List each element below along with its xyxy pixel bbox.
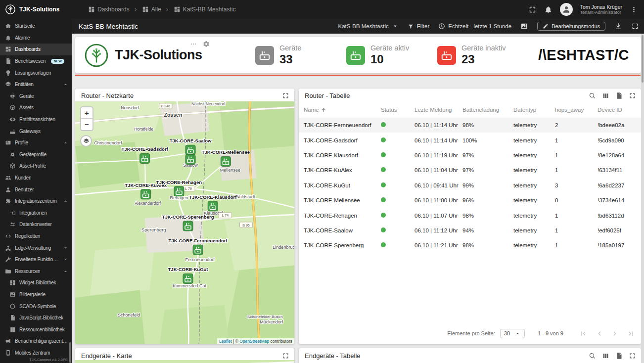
map-layers-button[interactable]	[80, 135, 92, 147]
sidebar-item-kunden[interactable]: Kunden	[0, 172, 72, 184]
sidebar-item-integrationszentrum[interactable]: Integrationszentrum	[0, 195, 72, 207]
table-row-tjk-core-kualex[interactable]: TJK-CORE-KuAlex06.10 | 11:04 Uhr97%telem…	[299, 163, 641, 178]
widget-fullscreen-icon[interactable]	[282, 92, 289, 99]
leaflet-map[interactable]: NunsdorfNächst NeuendorfZossenHorstfelde…	[75, 101, 294, 344]
sidebar-item-benachrichtigungszentrale[interactable]: Benachrichtigungszentrale	[0, 335, 72, 347]
column-header-lezte-meldung[interactable]: Lezte Meldung	[414, 107, 462, 113]
sidebar-item-ressourcenbibliothek[interactable]: Ressourcenbibliothek	[0, 323, 72, 335]
search-icon[interactable]	[589, 352, 596, 360]
breadcrumb-item-kats-bb-meshtastic[interactable]: KatS-BB Meshtastic	[174, 6, 236, 13]
per-page-select[interactable]: 30	[500, 329, 525, 338]
user-info[interactable]: Tom Jonas Krüger Tenant-Administrator	[580, 4, 622, 15]
sidebar-item-gateways[interactable]: Gateways	[0, 125, 72, 137]
main-scrollbar[interactable]	[641, 34, 644, 363]
leaflet-link[interactable]: Leaflet	[219, 339, 232, 344]
export-icon[interactable]	[615, 92, 623, 99]
sidebar-item-scada-symbole[interactable]: SCADA-Symbole	[0, 300, 72, 312]
zoom-in-button[interactable]: +	[81, 107, 92, 119]
avatar[interactable]	[560, 3, 573, 16]
filter-button[interactable]: Filter	[408, 23, 430, 30]
breadcrumb-item-dashboards[interactable]: Dashboards	[88, 6, 130, 13]
sidebar-item-javascript-bibliothek[interactable]: JavaScript-Bibliothek	[0, 312, 72, 324]
columns-icon[interactable]	[602, 352, 609, 360]
table-row-tjk-core-rehagen[interactable]: TJK-CORE-Rehagen06.10 | 11:07 Uhr98%tele…	[299, 208, 641, 223]
sidebar-item-regelketten[interactable]: Regelketten	[0, 230, 72, 242]
sidebar-item-integrationen[interactable]: Integrationen	[0, 207, 72, 219]
sidebar-item-startseite[interactable]: Startseite	[0, 20, 72, 32]
zoom-out-button[interactable]: −	[81, 119, 92, 130]
sidebar-item-edge-verwaltung[interactable]: Edge-Verwaltung	[0, 242, 72, 254]
breadcrumb-label: KatS-BB Meshtastic	[183, 6, 236, 13]
kebab-menu-icon[interactable]	[630, 5, 638, 14]
sidebar: StartseiteAlarmeDashboardsBerichtswesenN…	[0, 19, 72, 363]
bell-icon	[5, 35, 11, 41]
column-header-name[interactable]: Name	[304, 107, 381, 113]
sidebar-item-ger-teprofile[interactable]: Geräteprofile	[0, 149, 72, 161]
sidebar-item-entit-tsansichten[interactable]: Entitätsansichten	[0, 114, 72, 126]
column-header-batterieladung[interactable]: Batterieladung	[462, 107, 513, 113]
table-row-tjk-core-klausdorf[interactable]: TJK-CORE-Klausdorf06.10 | 11:19 Uhr97%te…	[299, 148, 641, 163]
fullscreen-icon[interactable]	[528, 5, 537, 14]
osm-link[interactable]: OpenStreetMap	[239, 339, 269, 344]
column-header-status[interactable]: Status	[381, 107, 414, 113]
widget-fullscreen-icon[interactable]	[629, 352, 636, 360]
timewindow-button[interactable]: Echtzeit - letzte 1 Stunde	[438, 23, 511, 30]
dashboard-select[interactable]: KatS-BB Meshtastic	[338, 23, 398, 30]
screenshot-icon[interactable]	[520, 22, 528, 30]
router-icon	[9, 128, 16, 135]
sidebar-item-mobiles-zentrum[interactable]: Mobiles Zentrum	[0, 347, 72, 359]
widget-fullscreen-icon[interactable]	[629, 92, 636, 99]
cell-status	[381, 122, 414, 128]
map-marker[interactable]	[185, 154, 195, 164]
sidebar-item-ger-te[interactable]: Geräte	[0, 91, 72, 102]
column-header-hops-away[interactable]: hops_away	[555, 107, 598, 113]
caret-down-icon	[62, 256, 69, 263]
widget-fullscreen-icon[interactable]	[282, 352, 289, 360]
table-row-tjk-core-sperenberg[interactable]: TJK-CORE-Sperenberg06.10 | 11:21 Uhr98%t…	[299, 238, 641, 253]
sidebar-item-bildergalerie[interactable]: Bildergalerie	[0, 289, 72, 301]
sidebar-item-erweiterte-funktionen[interactable]: Erweiterte Funktionen	[0, 254, 72, 266]
previous-page-icon[interactable]	[595, 329, 603, 338]
download-icon[interactable]	[614, 22, 622, 30]
sidebar-item-alarme[interactable]: Alarme	[0, 32, 72, 44]
table-row-tjk-core-kugut[interactable]: TJK-CORE-KuGut06.10 | 09:41 Uhr99%teleme…	[299, 178, 641, 193]
table-row-tjk-core-mellensee[interactable]: TJK-CORE-Mellensee06.10 | 11:00 Uhr96%te…	[299, 193, 641, 208]
table-row-tjk-core-gadsdorf[interactable]: TJK-CORE-Gadsdorf06.10 | 11:14 Uhr100%te…	[299, 133, 641, 147]
sidebar-item-dashboards[interactable]: Dashboards	[0, 44, 72, 55]
app-logo[interactable]: TJK-Solutions	[5, 4, 73, 15]
column-header-datentyp[interactable]: Datentyp	[513, 107, 555, 113]
sidebar-item-profile[interactable]: Profile	[0, 137, 72, 149]
sidebar-item-datenkonverter[interactable]: Datenkonverter	[0, 219, 72, 230]
sidebar-item-widget-bibliothek[interactable]: Widget-Bibliothek	[0, 277, 72, 289]
sidebar-item-ressourcen[interactable]: Ressourcen	[0, 265, 72, 277]
sidebar-item-label: Ressourcen	[15, 269, 40, 274]
next-page-icon[interactable]	[611, 329, 619, 338]
sidebar-item-l-sungsvorlagen[interactable]: Lösungsvorlagen	[0, 67, 72, 79]
sidebar-item-entit-ten[interactable]: Entitäten	[0, 79, 72, 91]
sidebar-scrollbar[interactable]	[69, 342, 71, 363]
per-page-label: Elemente pro Seite:	[447, 330, 495, 336]
search-icon[interactable]	[589, 92, 596, 99]
export-icon[interactable]	[615, 352, 623, 360]
first-page-icon[interactable]	[579, 329, 588, 338]
notifications-bell-icon[interactable]	[544, 5, 552, 14]
columns-icon[interactable]	[602, 92, 609, 99]
table-row-tjk-core-saalow[interactable]: TJK-CORE-Saalow06.10 | 11:12 Uhr94%telem…	[299, 223, 641, 238]
more-icon[interactable]	[190, 41, 197, 47]
sidebar-item-benutzer[interactable]: Benutzer	[0, 183, 72, 195]
last-page-icon[interactable]	[627, 329, 635, 338]
scrollbar-thumb[interactable]	[642, 35, 644, 83]
sidebar-item-asset-profile[interactable]: Asset-Profile	[0, 160, 72, 172]
leaflet-map[interactable]	[75, 360, 294, 363]
table-row-tjk-core-fernneuendorf[interactable]: TJK-CORE-Fernneuendorf06.10 | 11:14 Uhr9…	[299, 118, 641, 133]
edit-mode-button[interactable]: Bearbeitungsmodus	[537, 22, 605, 31]
gear-icon[interactable]	[203, 41, 210, 47]
toolbar-fullscreen-icon[interactable]	[631, 22, 639, 30]
sidebar-item-assets[interactable]: Assets	[0, 102, 72, 114]
column-header-device-id[interactable]: Device ID	[598, 107, 641, 113]
filter-icon	[408, 23, 414, 30]
breadcrumb-item-alle[interactable]: Alle	[142, 6, 161, 13]
stat-label: Geräte inaktiv	[461, 45, 506, 52]
cell-datatype: telemetry	[513, 167, 555, 173]
sidebar-item-berichtswesen[interactable]: BerichtswesenNEW	[0, 55, 72, 67]
